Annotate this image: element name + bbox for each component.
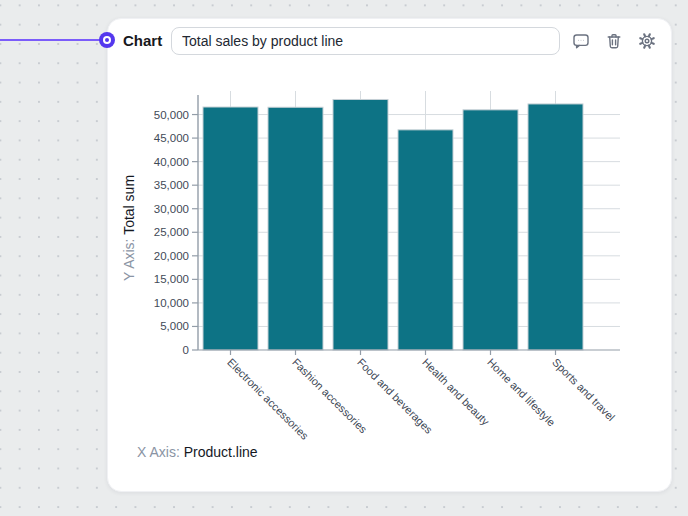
delete-button[interactable] bbox=[602, 29, 626, 53]
x-category-label: Home and lifestyle bbox=[485, 356, 557, 428]
y-axis-title: Y Axis: Total sum bbox=[121, 175, 137, 281]
connector-edge bbox=[0, 39, 107, 41]
y-tick-label: 15,000 bbox=[154, 273, 189, 285]
y-tick-label: 40,000 bbox=[154, 156, 189, 168]
y-tick-label: 0 bbox=[183, 344, 189, 356]
y-axis-field: Total sum bbox=[121, 175, 137, 235]
node-connector-port[interactable] bbox=[99, 32, 115, 48]
node-editor-canvas[interactable]: Chart bbox=[0, 0, 688, 516]
y-tick-label: 10,000 bbox=[154, 297, 189, 309]
gear-icon bbox=[638, 32, 656, 50]
bar-5[interactable] bbox=[528, 104, 583, 350]
port-pin bbox=[105, 38, 109, 42]
x-axis-prefix: X Axis: bbox=[137, 444, 180, 460]
y-axis-prefix: Y Axis: bbox=[121, 239, 137, 282]
y-tick-label: 5,000 bbox=[160, 320, 189, 332]
bar-4[interactable] bbox=[463, 110, 518, 350]
bar-2[interactable] bbox=[333, 99, 388, 350]
trash-icon bbox=[605, 32, 623, 50]
x-category-label: Sports and travel bbox=[550, 356, 617, 423]
bar-0[interactable] bbox=[203, 107, 258, 350]
y-tick-label: 20,000 bbox=[154, 250, 189, 262]
bar-chart-svg: 05,00010,00015,00020,00025,00030,00035,0… bbox=[108, 69, 673, 449]
y-tick-label: 30,000 bbox=[154, 203, 189, 215]
y-tick-label: 25,000 bbox=[154, 226, 189, 238]
x-axis-field: Product.line bbox=[184, 444, 258, 460]
comment-button[interactable] bbox=[569, 29, 593, 53]
y-tick-label: 35,000 bbox=[154, 179, 189, 191]
y-tick-label: 45,000 bbox=[154, 132, 189, 144]
bar-1[interactable] bbox=[268, 107, 323, 350]
x-axis-title: X Axis: Product.line bbox=[137, 444, 258, 460]
settings-button[interactable] bbox=[635, 29, 659, 53]
node-action-bar bbox=[569, 29, 659, 53]
y-tick-label: 50,000 bbox=[154, 109, 189, 121]
bar-chart: 05,00010,00015,00020,00025,00030,00035,0… bbox=[108, 69, 673, 449]
chart-title-input[interactable] bbox=[171, 27, 560, 55]
x-category-label: Health and beauty bbox=[420, 356, 492, 428]
bar-3[interactable] bbox=[398, 130, 453, 350]
chart-node-card[interactable]: Chart bbox=[107, 18, 672, 492]
node-type-label: Chart bbox=[123, 32, 162, 49]
comment-icon bbox=[572, 32, 590, 50]
